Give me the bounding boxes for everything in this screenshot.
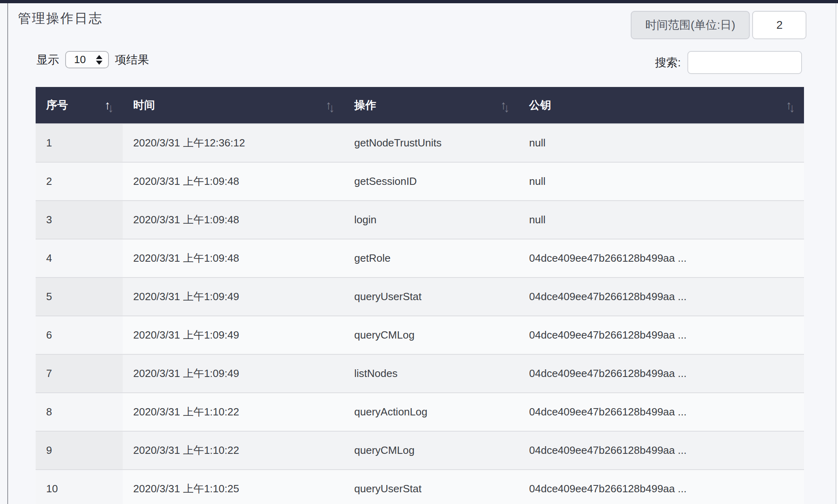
table-row: 22020/3/31 上午1:09:48getSessionIDnull <box>36 162 804 200</box>
cell-index: 10 <box>36 470 123 504</box>
cell-index: 1 <box>36 124 123 162</box>
page-length-value: 10 <box>74 53 86 66</box>
table-row: 102020/3/31 上午1:10:25queryUserStat04dce4… <box>36 469 804 504</box>
cell-action: login <box>344 201 519 239</box>
column-header-label: 公钥 <box>529 98 551 112</box>
column-header-label: 序号 <box>46 98 68 112</box>
cell-time: 2020/3/31 上午1:10:22 <box>123 432 344 469</box>
cell-index: 3 <box>36 201 123 239</box>
cell-pubkey: 04dce409ee47b266128b499aa ... <box>519 278 804 316</box>
page-title: 管理操作日志 <box>18 10 103 28</box>
cell-pubkey: null <box>519 163 804 200</box>
cell-time: 2020/3/31 上午1:09:48 <box>123 201 344 239</box>
top-navigation-bar <box>0 0 838 3</box>
operation-log-table: 序号↑↓时间↑↓操作↑↓公钥↑↓ 12020/3/31 上午12:36:12ge… <box>36 87 804 504</box>
table-header: 序号↑↓时间↑↓操作↑↓公钥↑↓ <box>36 87 804 123</box>
column-header-pubkey[interactable]: 公钥↑↓ <box>519 87 804 123</box>
column-header-index[interactable]: 序号↑↓ <box>36 87 123 123</box>
cell-time: 2020/3/31 上午1:09:49 <box>123 316 344 354</box>
cell-index: 9 <box>36 432 123 469</box>
table-row: 32020/3/31 上午1:09:48loginnull <box>36 200 804 239</box>
sort-arrows-icon: ↑↓ <box>104 99 114 111</box>
cell-action: queryCMLog <box>344 432 519 469</box>
left-panel-border <box>7 3 8 504</box>
cell-pubkey: 04dce409ee47b266128b499aa ... <box>519 316 804 354</box>
time-range-label: 时间范围(单位:日) <box>631 11 750 39</box>
column-header-action[interactable]: 操作↑↓ <box>344 87 519 123</box>
table-row: 52020/3/31 上午1:09:49queryUserStat04dce40… <box>36 277 804 316</box>
cell-action: getRole <box>344 239 519 277</box>
cell-index: 4 <box>36 239 123 277</box>
sort-arrows-icon: ↑↓ <box>325 99 335 111</box>
cell-pubkey: null <box>519 124 804 162</box>
table-body: 12020/3/31 上午12:36:12getNodeTrustUnitsnu… <box>36 123 804 504</box>
cell-pubkey: 04dce409ee47b266128b499aa ... <box>519 470 804 504</box>
cell-action: getSessionID <box>344 163 519 200</box>
table-row: 12020/3/31 上午12:36:12getNodeTrustUnitsnu… <box>36 123 804 162</box>
table-row: 42020/3/31 上午1:09:48getRole04dce409ee47b… <box>36 239 804 277</box>
cell-action: queryCMLog <box>344 316 519 354</box>
table-row: 82020/3/31 上午1:10:22queryActionLog04dce4… <box>36 392 804 431</box>
search-input[interactable] <box>687 51 802 74</box>
time-range-input[interactable] <box>752 11 806 39</box>
cell-index: 7 <box>36 355 123 392</box>
cell-pubkey: 04dce409ee47b266128b499aa ... <box>519 355 804 392</box>
cell-pubkey: 04dce409ee47b266128b499aa ... <box>519 432 804 469</box>
cell-action: queryUserStat <box>344 470 519 504</box>
sort-arrows-icon: ↑↓ <box>786 99 795 111</box>
cell-index: 2 <box>36 163 123 200</box>
select-spinner-icon <box>96 55 102 65</box>
cell-action: listNodes <box>344 355 519 392</box>
table-row: 62020/3/31 上午1:09:49queryCMLog04dce409ee… <box>36 316 804 354</box>
sort-arrows-icon: ↑↓ <box>500 99 510 111</box>
cell-index: 6 <box>36 316 123 354</box>
cell-time: 2020/3/31 上午1:10:22 <box>123 393 344 431</box>
page-length-select[interactable]: 10 <box>65 51 109 68</box>
cell-pubkey: null <box>519 201 804 239</box>
show-label: 显示 <box>36 52 59 68</box>
cell-action: queryActionLog <box>344 393 519 431</box>
right-edge-strip <box>836 3 838 504</box>
show-suffix-label: 项结果 <box>115 52 149 68</box>
cell-pubkey: 04dce409ee47b266128b499aa ... <box>519 239 804 277</box>
cell-action: getNodeTrustUnits <box>344 124 519 162</box>
cell-pubkey: 04dce409ee47b266128b499aa ... <box>519 393 804 431</box>
cell-action: queryUserStat <box>344 278 519 316</box>
cell-index: 8 <box>36 393 123 431</box>
cell-time: 2020/3/31 上午1:10:25 <box>123 470 344 504</box>
search-label: 搜索: <box>655 55 681 70</box>
time-range-group: 时间范围(单位:日) <box>631 11 806 39</box>
cell-time: 2020/3/31 上午1:09:48 <box>123 163 344 200</box>
page-length-control: 显示 10 项结果 <box>36 51 149 68</box>
cell-time: 2020/3/31 上午1:09:48 <box>123 239 344 277</box>
column-header-label: 操作 <box>354 98 376 112</box>
table-row: 92020/3/31 上午1:10:22queryCMLog04dce409ee… <box>36 431 804 469</box>
column-header-label: 时间 <box>133 98 155 112</box>
cell-time: 2020/3/31 上午12:36:12 <box>123 124 344 162</box>
table-row: 72020/3/31 上午1:09:49listNodes04dce409ee4… <box>36 354 804 392</box>
cell-index: 5 <box>36 278 123 316</box>
cell-time: 2020/3/31 上午1:09:49 <box>123 278 344 316</box>
search-control: 搜索: <box>655 51 802 74</box>
cell-time: 2020/3/31 上午1:09:49 <box>123 355 344 392</box>
column-header-time[interactable]: 时间↑↓ <box>123 87 344 123</box>
